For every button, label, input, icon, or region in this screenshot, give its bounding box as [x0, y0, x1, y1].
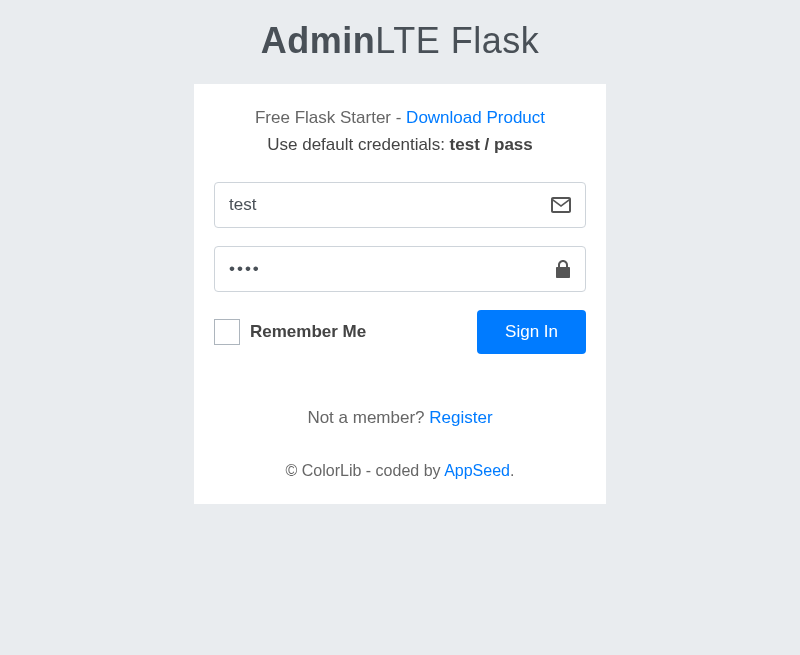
register-link[interactable]: Register	[429, 408, 492, 427]
logo-light: LTE Flask	[375, 20, 539, 61]
starter-text: Free Flask Starter -	[255, 108, 406, 127]
logo-bold: Admin	[261, 20, 376, 61]
credentials-value: test / pass	[450, 135, 533, 154]
register-prefix: Not a member?	[307, 408, 429, 427]
password-input[interactable]	[229, 259, 555, 279]
app-logo: AdminLTE Flask	[261, 20, 539, 62]
remember-me-group: Remember Me	[214, 319, 366, 345]
login-card: Free Flask Starter - Download Product Us…	[194, 84, 606, 504]
appseed-link[interactable]: AppSeed	[444, 462, 510, 479]
download-product-link[interactable]: Download Product	[406, 108, 545, 127]
username-group	[214, 182, 586, 228]
username-input[interactable]	[229, 195, 551, 215]
login-message: Free Flask Starter - Download Product Us…	[214, 104, 586, 158]
footer-line: © ColorLib - coded by AppSeed.	[214, 462, 586, 480]
footer-prefix: © ColorLib - coded by	[286, 462, 445, 479]
form-actions-row: Remember Me Sign In	[214, 310, 586, 354]
footer-suffix: .	[510, 462, 514, 479]
password-group	[214, 246, 586, 292]
credentials-prefix: Use default credentials:	[267, 135, 449, 154]
remember-me-label[interactable]: Remember Me	[250, 322, 366, 342]
envelope-icon	[551, 197, 571, 213]
lock-icon	[555, 260, 571, 278]
remember-me-checkbox[interactable]	[214, 319, 240, 345]
register-line: Not a member? Register	[214, 408, 586, 428]
sign-in-button[interactable]: Sign In	[477, 310, 586, 354]
